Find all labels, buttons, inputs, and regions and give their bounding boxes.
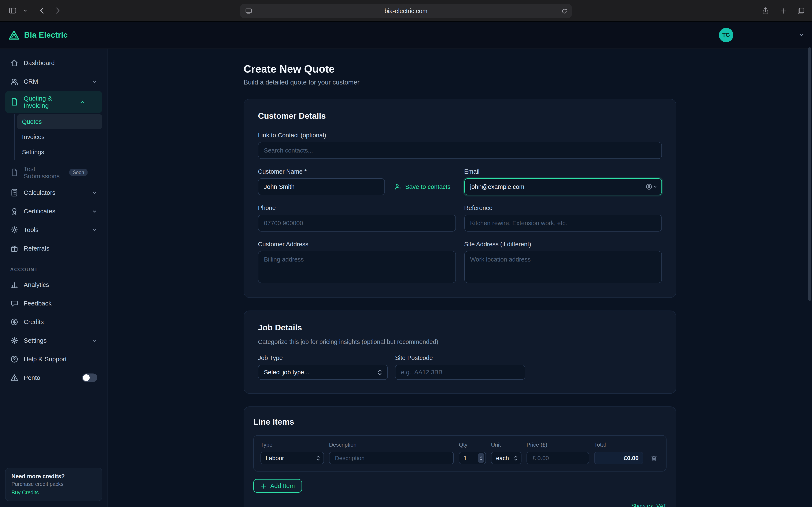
warning-triangle-icon	[10, 374, 18, 382]
customer-details-card: Customer Details Link to Contact (option…	[244, 99, 676, 298]
forward-button-icon[interactable]	[55, 6, 60, 15]
job-type-select[interactable]: Select job type...	[258, 364, 388, 380]
coin-icon	[10, 318, 18, 326]
sidebar-item-referrals[interactable]: Referrals	[5, 239, 102, 258]
item-unit-select[interactable]: each	[491, 452, 521, 464]
show-ex-vat-link[interactable]: Show ex. VAT	[631, 503, 666, 507]
chevron-up-icon	[80, 99, 85, 105]
job-details-card: Job Details Categorize this job for pric…	[244, 311, 676, 394]
sidebar-item-settings[interactable]: Settings	[5, 331, 102, 350]
brand-logo-icon	[8, 30, 19, 40]
calculator-icon	[10, 188, 18, 197]
sidebar-item-credits[interactable]: Credits	[5, 313, 102, 331]
item-price-input[interactable]	[526, 452, 589, 464]
certificate-icon	[10, 207, 18, 216]
app-header: Bia Electric TG	[0, 21, 812, 49]
sidebar-item-analytics[interactable]: Analytics	[5, 276, 102, 294]
sidebar-item-dashboard[interactable]: Dashboard	[5, 54, 102, 72]
job-type-label: Job Type	[258, 354, 388, 361]
item-qty-input[interactable]: 1	[459, 452, 486, 464]
document-icon	[10, 168, 18, 177]
site-postcode-label: Site Postcode	[395, 354, 525, 361]
chevron-down-icon	[92, 227, 97, 233]
sidebar-item-calculators[interactable]: Calculators	[5, 183, 102, 202]
site-postcode-input[interactable]	[395, 364, 525, 380]
phone-label: Phone	[258, 205, 456, 211]
item-type-select[interactable]: Labour	[260, 452, 324, 464]
column-header-unit: Unit	[491, 442, 521, 448]
job-details-subtitle: Categorize this job for pricing insights…	[258, 338, 662, 345]
sidebar: Dashboard CRM Quoting & Invoicing Quotes…	[0, 49, 108, 507]
sidebar-item-crm[interactable]: CRM	[5, 72, 102, 91]
back-button-icon[interactable]	[39, 6, 45, 15]
customer-name-input[interactable]	[258, 178, 385, 195]
chevron-down-icon	[92, 209, 97, 214]
tab-overview-icon[interactable]	[797, 7, 805, 15]
column-header-description: Description	[329, 442, 454, 448]
job-details-heading: Job Details	[258, 323, 662, 333]
page-title: Create New Quote	[244, 63, 676, 75]
sidebar-item-help-support[interactable]: Help & Support	[5, 350, 102, 369]
avatar[interactable]: TG	[719, 28, 733, 42]
contact-search-input[interactable]	[258, 142, 662, 159]
select-updown-icon	[316, 456, 320, 460]
gear-icon	[10, 336, 18, 345]
new-tab-icon[interactable]	[779, 7, 788, 15]
customer-address-label: Customer Address	[258, 241, 456, 247]
column-header-type: Type	[260, 442, 324, 448]
buy-credits-link[interactable]: Buy Credits	[11, 490, 96, 496]
chevron-down-icon	[92, 79, 97, 84]
credits-promo-subtitle: Purchase credit packs	[11, 481, 96, 487]
sidebar-item-tools[interactable]: Tools	[5, 221, 102, 239]
chevron-down-icon	[92, 190, 97, 195]
sidebar-item-test-submissions[interactable]: Test Submissions Soon	[5, 161, 102, 183]
line-item-row: Type Labour Description	[253, 435, 666, 471]
sidebar-subitem-quotes[interactable]: Quotes	[17, 114, 102, 129]
sidebar-item-feedback[interactable]: Feedback	[5, 294, 102, 313]
sidebar-toggle-icon[interactable]	[8, 6, 17, 15]
reference-input[interactable]	[464, 215, 662, 231]
line-items-card: Line Items Type Labour	[244, 406, 676, 507]
email-input[interactable]	[464, 178, 662, 195]
page-settings-icon[interactable]	[245, 8, 252, 14]
contact-autofill-icon[interactable]	[645, 183, 657, 190]
line-items-heading: Line Items	[253, 417, 666, 427]
sidebar-item-pento[interactable]: Pento	[5, 369, 102, 387]
chart-icon	[10, 281, 18, 289]
brand[interactable]: Bia Electric	[0, 30, 68, 40]
item-total-value: £0.00	[594, 452, 643, 464]
link-contact-label: Link to Contact (optional)	[258, 132, 662, 138]
users-icon	[10, 77, 18, 86]
share-icon[interactable]	[761, 7, 770, 15]
page-scrollbar[interactable]	[808, 47, 811, 301]
sidebar-subitem-settings[interactable]: Settings	[17, 144, 102, 160]
person-plus-icon	[394, 183, 402, 190]
delete-item-button[interactable]	[648, 452, 659, 464]
save-to-contacts-link[interactable]: Save to contacts	[394, 183, 450, 190]
site-address-textarea[interactable]	[464, 251, 662, 283]
qty-stepper[interactable]	[478, 453, 484, 463]
toolbar-chevron-down-icon[interactable]	[23, 8, 28, 13]
item-description-input[interactable]	[329, 452, 454, 464]
sidebar-item-quoting-invoicing[interactable]: Quoting & Invoicing	[5, 91, 102, 113]
customer-address-textarea[interactable]	[258, 251, 456, 283]
browser-toolbar: bia-electric.com	[0, 0, 812, 21]
sidebar-item-certificates[interactable]: Certificates	[5, 202, 102, 221]
sidebar-subitem-invoices[interactable]: Invoices	[17, 129, 102, 144]
credits-promo-card: Need more credits? Purchase credit packs…	[5, 468, 102, 501]
help-icon	[10, 355, 18, 363]
chat-icon	[10, 299, 18, 307]
quoting-submenu: Quotes Invoices Settings	[14, 114, 102, 160]
pento-toggle[interactable]	[82, 374, 97, 382]
url-text: bia-electric.com	[385, 8, 427, 14]
address-bar[interactable]: bia-electric.com	[240, 4, 572, 18]
header-chevron-down-icon[interactable]	[799, 32, 804, 38]
application-window: bia-electric.com Bia Electric TG Dashboa…	[0, 0, 812, 507]
add-item-button[interactable]: Add Item	[253, 479, 302, 493]
email-label: Email	[464, 168, 662, 175]
refresh-icon[interactable]	[561, 8, 567, 14]
site-address-label: Site Address (if different)	[464, 241, 662, 247]
phone-input[interactable]	[258, 215, 456, 231]
customer-details-heading: Customer Details	[258, 111, 662, 121]
chevron-down-icon	[92, 338, 97, 343]
